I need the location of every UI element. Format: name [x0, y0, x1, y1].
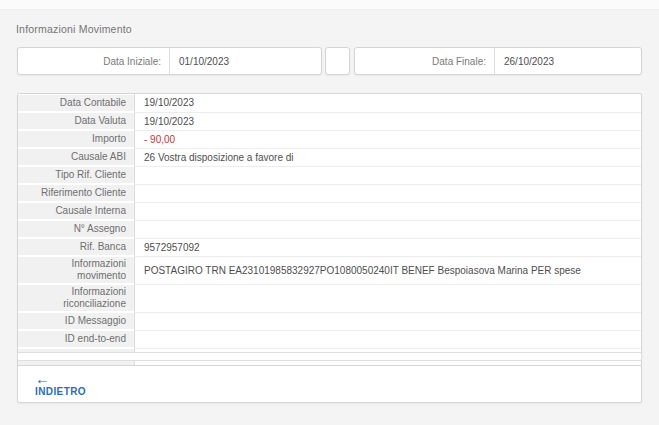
- row-label: ID end-to-end: [18, 330, 135, 348]
- row-value: POSTAGIRO TRN EA23101985832927PO10800502…: [135, 256, 641, 284]
- row-value: [135, 202, 641, 220]
- table-row: Rif. Banca9572957092: [18, 238, 641, 256]
- table-row: Informazioni movimentoPOSTAGIRO TRN EA23…: [18, 256, 641, 284]
- table-row: ID end-to-end: [18, 330, 641, 348]
- row-value: 19/10/2023: [135, 112, 641, 130]
- back-button[interactable]: ← INDIETRO: [17, 365, 642, 403]
- row-label: Riferimento Cliente: [18, 184, 135, 202]
- row-label: Informazioni movimento: [18, 256, 135, 284]
- page-title: Informazioni Movimento: [16, 23, 132, 35]
- date-start-field: Data Iniziale: 01/10/2023: [17, 47, 322, 75]
- table-row: Riferimento Cliente: [18, 184, 641, 202]
- date-start-label: Data Iniziale:: [18, 48, 170, 74]
- back-button-label: INDIETRO: [35, 386, 641, 397]
- row-label: Rif. Banca: [18, 238, 135, 256]
- date-end-field: Data Finale: 26/10/2023: [354, 47, 642, 75]
- table-row: Data Contabile19/10/2023: [18, 94, 641, 112]
- row-value: [135, 184, 641, 202]
- table-row: Causale ABI26 Vostra disposizione a favo…: [18, 148, 641, 166]
- row-label: Importo: [18, 130, 135, 148]
- row-value: - 90,00: [135, 130, 641, 148]
- table-row: N° Assegno: [18, 220, 641, 238]
- row-label: Tipo Rif. Cliente: [18, 166, 135, 184]
- row-label: Causale ABI: [18, 148, 135, 166]
- row-value: [135, 166, 641, 184]
- date-end-label: Data Finale:: [355, 48, 495, 74]
- row-value: 9572957092: [135, 238, 641, 256]
- table-row: Informazioni riconciliazione: [18, 284, 641, 312]
- row-value: [135, 220, 641, 238]
- row-label: N° Assegno: [18, 220, 135, 238]
- date-spacer-box: [325, 47, 350, 75]
- empty-row: [17, 352, 642, 361]
- row-label: ID Messaggio: [18, 312, 135, 330]
- row-value: [135, 284, 641, 312]
- left-arrow-icon: ←: [35, 372, 641, 385]
- row-label: Data Contabile: [18, 94, 135, 112]
- date-filter-bar: Data Iniziale: 01/10/2023 Data Finale: 2…: [17, 47, 642, 75]
- table-row: Causale Interna: [18, 202, 641, 220]
- date-start-input[interactable]: 01/10/2023: [170, 48, 321, 74]
- row-value: 19/10/2023: [135, 94, 641, 112]
- row-value: [135, 330, 641, 348]
- table-row: Importo- 90,00: [18, 130, 641, 148]
- table-row: ID Messaggio: [18, 312, 641, 330]
- row-label: Data Valuta: [18, 112, 135, 130]
- table-row: Data Valuta19/10/2023: [18, 112, 641, 130]
- row-label: Informazioni riconciliazione: [18, 284, 135, 312]
- row-value: 26 Vostra disposizione a favore di: [135, 148, 641, 166]
- row-label: Causale Interna: [18, 202, 135, 220]
- movement-details-table: Data Contabile19/10/2023Data Valuta19/10…: [17, 93, 642, 367]
- table-row: Tipo Rif. Cliente: [18, 166, 641, 184]
- row-value: [135, 312, 641, 330]
- date-end-input[interactable]: 26/10/2023: [495, 48, 641, 74]
